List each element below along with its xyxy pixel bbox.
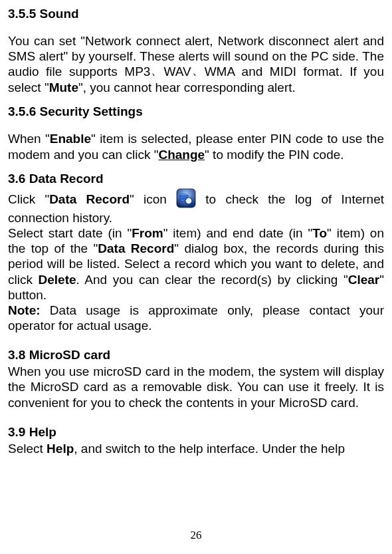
bold-note: Note:	[8, 303, 41, 317]
text: . And you can clear the record(s) by cli…	[76, 273, 348, 287]
text: , and switch to the help interface. Unde…	[74, 442, 345, 456]
bold-clear: Clear	[348, 273, 380, 287]
separator: 、	[192, 64, 204, 78]
bold-underline-change: Change	[158, 148, 205, 162]
para-microsd: When you use microSD card in the modem, …	[8, 364, 384, 410]
bold-mute: Mute	[49, 80, 78, 94]
separator: 、	[151, 64, 163, 78]
text: " to modify the PIN code.	[205, 148, 344, 162]
bold-data-record-2: Data Record	[98, 241, 174, 255]
heading-sound: 3.5.5 Sound	[8, 7, 384, 21]
heading-help: 3.9 Help	[8, 425, 384, 440]
text: Click "	[8, 192, 49, 206]
text: WAV	[163, 65, 191, 78]
text: Data usage is approximate only, please c…	[8, 303, 384, 333]
heading-microsd: 3.8 MicroSD card	[8, 348, 384, 362]
bold-to: To	[312, 226, 327, 240]
para-data-record-1: Click "Data Record" icon to check the lo…	[8, 190, 384, 225]
heading-security: 3.5.6 Security Settings	[8, 104, 384, 119]
text: " item) and end date (in "	[163, 226, 313, 240]
text: Select start date (in "	[8, 226, 132, 240]
heading-data-record: 3.6 Data Record	[8, 172, 384, 186]
page-number: 26	[0, 529, 392, 542]
text: ", you cannot hear corresponding alert.	[78, 80, 296, 94]
para-help: Select Help, and switch to the help inte…	[8, 441, 384, 456]
data-record-icon	[176, 188, 196, 208]
para-data-record-note: Note: Data usage is approximate only, pl…	[8, 303, 384, 333]
bold-enable: Enable	[50, 132, 91, 146]
text: When "	[8, 132, 50, 146]
document-page: 3.5.5 Sound You can set "Network connect…	[0, 0, 392, 554]
bold-delete: Delete	[39, 273, 76, 287]
text: " icon	[130, 192, 176, 206]
bold-data-record: Data Record	[49, 192, 130, 206]
para-sound: You can set "Network connect alert, Netw…	[8, 33, 384, 95]
bold-from: From	[132, 226, 163, 240]
para-security: When "Enable" item is selected, please e…	[8, 131, 384, 162]
para-data-record-2: Select start date (in "From" item) and e…	[8, 225, 384, 303]
bold-help: Help	[47, 442, 74, 456]
text: Select	[8, 442, 47, 456]
